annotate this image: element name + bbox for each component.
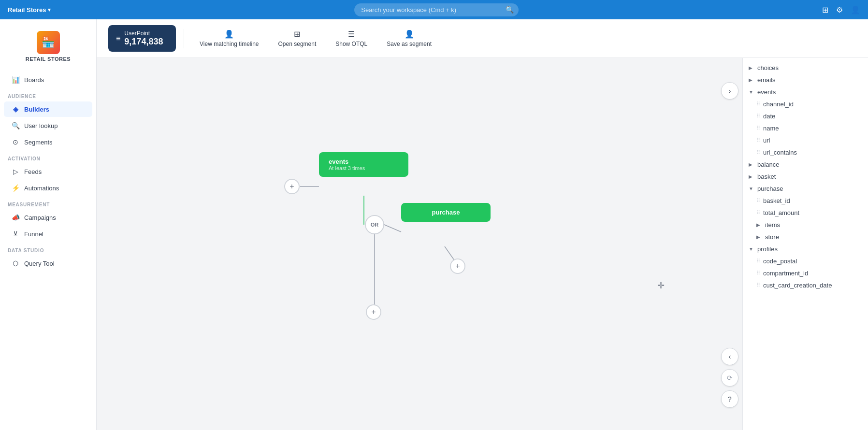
tree-item-name[interactable]: ⠿ name: [743, 122, 868, 134]
tree-item-balance[interactable]: ▶ balance: [743, 158, 868, 171]
tree-item-url-contains[interactable]: ⠿ url_contains: [743, 146, 868, 158]
events-arrow: ▼: [749, 89, 754, 95]
canvas-nav: ›: [721, 82, 738, 100]
events-node[interactable]: events At least 3 times: [319, 152, 408, 177]
tree-item-channel-id[interactable]: ⠿ channel_id: [743, 98, 868, 110]
url-contains-label: url_contains: [763, 149, 797, 156]
funnel-icon: ⊻: [12, 230, 19, 238]
emails-arrow: ▶: [749, 77, 754, 83]
store-arrow: ▶: [756, 234, 762, 240]
emails-label: emails: [757, 76, 776, 84]
tree-item-total-amount[interactable]: ⠿ total_amount: [743, 207, 868, 219]
tree-item-date[interactable]: ⠿ date: [743, 110, 868, 122]
sidebar-item-user-lookup[interactable]: 🔍 User lookup: [4, 118, 92, 133]
toolbar: ≡ UserPoint 9,174,838 👤 View matching ti…: [97, 19, 868, 58]
sidebar-logo: 🏪 RETAIL STORES: [0, 27, 96, 72]
sidebar-item-label: Query Tool: [24, 260, 55, 267]
add-node-left-button[interactable]: +: [284, 179, 300, 194]
automations-icon: ⚡: [12, 184, 19, 192]
add-node-bottom-button[interactable]: +: [366, 304, 381, 320]
topbar: Retail Stores ▾ 🔍 ⊞ ⚙ 👤: [0, 0, 868, 19]
toolbar-divider: [184, 29, 184, 48]
tree-panel: ▶ choices ▶ emails ▼ events: [743, 58, 868, 295]
drag-icon: ⠿: [756, 113, 760, 119]
logo-text: RETAIL STORES: [26, 56, 71, 62]
total-amount-label: total_amount: [763, 209, 799, 216]
canvas-back-button[interactable]: ‹: [721, 348, 738, 365]
tree-item-url[interactable]: ⠿ url: [743, 134, 868, 146]
audience-section-label: AUDIENCE: [0, 88, 96, 101]
drag-icon: ⠿: [756, 101, 760, 107]
tree-item-cust-card-creation-date[interactable]: ⠿ cust_card_creation_date: [743, 279, 868, 291]
user-avatar[interactable]: 👤: [851, 5, 860, 14]
timeline-icon: 👤: [224, 29, 234, 39]
balance-arrow: ▶: [749, 162, 754, 167]
canvas-forward-button[interactable]: ›: [721, 82, 738, 100]
tree-item-profiles[interactable]: ▼ profiles: [743, 243, 868, 255]
sidebar-item-label: Builders: [24, 106, 49, 113]
main-content: ≡ UserPoint 9,174,838 👤 View matching ti…: [97, 19, 868, 430]
sidebar-item-boards[interactable]: 📊 Boards: [4, 72, 92, 87]
tree-item-basket[interactable]: ▶ basket: [743, 171, 868, 183]
sidebar-item-query-tool[interactable]: ⬡ Query Tool: [4, 256, 92, 271]
canvas-help-button[interactable]: ?: [721, 390, 738, 408]
connector-lines: [97, 58, 742, 430]
basket-arrow: ▶: [749, 174, 754, 179]
canvas-refresh-button[interactable]: ⟳: [721, 369, 738, 387]
tree-item-code-postal[interactable]: ⠿ code_postal: [743, 255, 868, 267]
search-input[interactable]: [354, 3, 519, 16]
compartment-id-label: compartment_id: [763, 270, 808, 277]
view-timeline-button[interactable]: 👤 View matching timeline: [192, 26, 267, 51]
purchase-tree-label: purchase: [757, 185, 783, 192]
open-segment-label: Open segment: [278, 41, 317, 47]
tree-item-events[interactable]: ▼ events: [743, 86, 868, 98]
tree-item-emails[interactable]: ▶ emails: [743, 74, 868, 86]
cust-card-creation-date-label: cust_card_creation_date: [763, 282, 832, 289]
sidebar-item-label: Boards: [24, 76, 44, 84]
feeds-icon: ▷: [12, 168, 19, 175]
canvas-nav-bottom: ‹ ⟳ ?: [721, 348, 738, 408]
sidebar-item-label: User lookup: [24, 122, 58, 129]
sidebar-item-campaigns[interactable]: 📣 Campaigns: [4, 210, 92, 225]
events-node-sublabel: At least 3 times: [329, 165, 399, 171]
brand-logo[interactable]: Retail Stores ▾: [8, 6, 51, 14]
tree-item-basket-id[interactable]: ⠿ basket_id: [743, 195, 868, 207]
or-connector[interactable]: OR: [365, 215, 384, 234]
purchase-node[interactable]: purchase: [401, 203, 491, 222]
basket-label: basket: [757, 173, 776, 180]
settings-icon[interactable]: ⚙: [836, 5, 843, 14]
tree-item-store[interactable]: ▶ store: [743, 231, 868, 243]
purchase-node-label: purchase: [432, 209, 460, 216]
save-segment-button[interactable]: 👤 Save as segment: [379, 26, 439, 51]
tree-item-choices[interactable]: ▶ choices: [743, 62, 868, 74]
otql-icon: ☰: [348, 29, 355, 39]
tree-item-purchase[interactable]: ▼ purchase: [743, 183, 868, 195]
choices-arrow: ▶: [749, 65, 754, 71]
drag-icon: ⠿: [756, 198, 760, 204]
open-segment-button[interactable]: ⊞ Open segment: [271, 26, 324, 51]
sidebar-item-segments[interactable]: ⊙ Segments: [4, 134, 92, 150]
user-lookup-icon: 🔍: [12, 122, 19, 129]
sidebar-item-automations[interactable]: ⚡ Automations: [4, 180, 92, 196]
show-otql-button[interactable]: ☰ Show OTQL: [328, 26, 375, 51]
tree-item-items[interactable]: ▶ items: [743, 219, 868, 231]
move-icon: ✛: [657, 280, 665, 291]
logo-icon: 🏪: [37, 31, 60, 54]
save-icon: 👤: [405, 29, 414, 39]
sidebar-item-funnel[interactable]: ⊻ Funnel: [4, 226, 92, 242]
purchase-arrow: ▼: [749, 186, 754, 191]
campaigns-icon: 📣: [12, 214, 19, 221]
drag-icon: ⠿: [756, 137, 760, 143]
tree-item-compartment-id[interactable]: ⠿ compartment_id: [743, 267, 868, 279]
drag-icon: ⠿: [756, 270, 760, 276]
grid-icon[interactable]: ⊞: [822, 5, 828, 14]
add-node-middle-button[interactable]: +: [450, 258, 465, 274]
sidebar-item-builders[interactable]: ◈ Builders: [4, 101, 92, 117]
svg-line-2: [384, 225, 401, 232]
userpoint-button[interactable]: ≡ UserPoint 9,174,838: [108, 25, 176, 52]
sidebar-item-feeds[interactable]: ▷ Feeds: [4, 164, 92, 179]
url-label: url: [763, 137, 770, 144]
main-layout: 🏪 RETAIL STORES 📊 Boards AUDIENCE ◈ Buil…: [0, 19, 868, 430]
activation-section-label: ACTIVATION: [0, 150, 96, 163]
drag-icon: ⠿: [756, 282, 760, 288]
